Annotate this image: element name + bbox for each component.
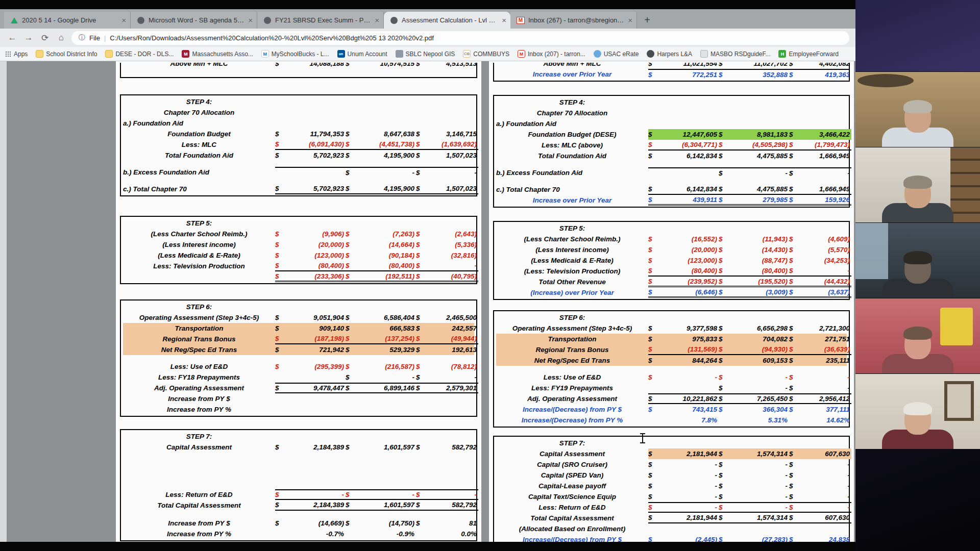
bookmark-item[interactable]: SBLC Nepool GIS	[396, 50, 455, 58]
row-label: Increase from PY %	[123, 530, 275, 538]
value-cell: $529,329	[346, 344, 416, 355]
gmail-bookmark-icon: M	[518, 50, 525, 58]
row-label: (Less Charter School Reimb.)	[123, 230, 275, 238]
tab-close-icon[interactable]: ×	[628, 16, 632, 24]
forward-icon[interactable]: →	[22, 33, 35, 43]
cell-value: -	[428, 169, 478, 177]
value-cell: $-	[789, 470, 851, 481]
value-cell: $(4,505,298)	[719, 140, 789, 151]
cell-value: -	[428, 491, 478, 498]
tab-close-icon[interactable]: ×	[121, 16, 126, 24]
page-info-icon[interactable]: ⓘ	[79, 33, 85, 42]
bookmark-item[interactable]: USAC eRate	[594, 50, 639, 58]
sheet-row: Increase/(Decrease) from PY %7.8%5.31%14…	[496, 415, 847, 425]
sheet-row: (Less Medicaid & E-Rate)$(123,000)$(90,1…	[123, 250, 474, 261]
tab-close-icon[interactable]: ×	[375, 16, 379, 24]
browser-tab[interactable]: Microsoft Word - SB agenda 5 1...×	[131, 12, 257, 29]
cell-value: -	[801, 461, 851, 468]
row-spacer	[496, 178, 847, 184]
video-tile[interactable]	[855, 71, 980, 147]
apps-menu[interactable]: Apps	[5, 51, 28, 58]
video-tile[interactable]	[855, 222, 980, 298]
cell-value: (20,000)	[660, 246, 719, 254]
dollar-sign: $	[789, 131, 801, 138]
bookmark-item[interactable]: MASBO RSDguideF...	[700, 50, 770, 58]
row-label: Above Min + MLC	[496, 63, 648, 67]
sheet-row: Capital Assessment$2,184,389$1,601,597$5…	[123, 442, 474, 453]
browser-tab[interactable]: 2020 5 14 - Google Drive×	[4, 12, 131, 29]
dollar-sign: $	[648, 141, 660, 148]
bookmark-item[interactable]: MInbox (207) - tarron...	[518, 50, 585, 58]
cell-value: 704,082	[731, 335, 789, 343]
value-cell: $271,751	[789, 334, 851, 344]
browser-tab[interactable]: FY21 SBRSD Exec Summ - Prelim...×	[257, 12, 384, 29]
bookmark-item[interactable]: HEmployeeForward	[778, 50, 838, 58]
value-cell: $-	[719, 383, 789, 393]
cell-value: 7.8%	[660, 416, 719, 424]
bookmark-item[interactable]: MMassachusetts Asso...	[182, 50, 253, 58]
video-tile[interactable]	[855, 147, 980, 222]
cell-value: 4,475,885	[731, 152, 789, 160]
row-label: STEP 4:	[123, 98, 275, 106]
dollar-sign: $	[648, 395, 660, 403]
bookmark-label: USAC eRate	[604, 51, 639, 58]
tab-close-icon[interactable]: ×	[502, 16, 506, 24]
dollar-sign: $	[275, 185, 287, 192]
cell-value: -	[731, 471, 789, 479]
value-cell: $582,792	[416, 442, 478, 453]
bookmark-item[interactable]: DESE - DOR - DLS...	[105, 50, 174, 58]
cell-value: (80,400)	[731, 267, 789, 274]
bookmark-item[interactable]: Harpers L&A	[647, 50, 692, 58]
dollar-sign: $	[789, 257, 801, 264]
value-cell: $-	[789, 459, 851, 470]
row-label: Foundation Budget (DESE)	[496, 131, 648, 138]
new-tab-button[interactable]: +	[640, 13, 654, 27]
cell-value: 0.0%	[428, 530, 478, 538]
video-sidebar	[855, 0, 980, 551]
browser-tab[interactable]: Assessment Calculation - Lvl Serv...×	[384, 12, 510, 29]
bookmark-item[interactable]: School District Info	[36, 50, 97, 58]
tab-close-icon[interactable]: ×	[248, 16, 253, 24]
dollar-sign: $	[346, 185, 358, 192]
sheet-row: c.) Total Chapter 70$5,702,923$4,195,900…	[123, 184, 474, 194]
cell-value: 609,153	[731, 357, 789, 364]
sheet-row: Total Foundation Aid$5,702,923$4,195,900…	[123, 150, 474, 161]
bookmark-item[interactable]: unUnum Account	[337, 50, 387, 58]
value-cell: $192,613	[416, 344, 478, 355]
zoom-screenshare-screen: 2020 5 14 - Google Drive×Microsoft Word …	[0, 0, 980, 551]
back-icon[interactable]: ←	[6, 33, 18, 43]
row-spacer	[123, 355, 474, 361]
cell-value: (3,637)	[801, 288, 851, 296]
cell-value: 743,415	[660, 406, 719, 413]
cell-value: (195,520)	[731, 278, 789, 285]
dollar-sign: $	[648, 267, 660, 274]
cell-value: 9,377,598	[660, 324, 719, 332]
sheet-row: Total Foundation Aid$6,142,834$4,475,885…	[496, 151, 847, 161]
bookmark-label: Unum Account	[348, 51, 387, 58]
bookmark-item[interactable]: MMySchoolBucks - L...	[261, 50, 329, 58]
home-icon[interactable]: ⌂	[55, 33, 67, 43]
dollar-sign: $	[648, 152, 660, 160]
bookmark-item[interactable]: CBCOMMBUYS	[463, 50, 509, 58]
cell-value: 352,888	[731, 71, 789, 79]
dollar-sign: $	[648, 324, 660, 332]
browser-tab[interactable]: MInbox (267) - tarron@sbregional...×	[510, 12, 637, 29]
cell-value: (80,400)	[287, 262, 346, 269]
reload-icon[interactable]: ⟳	[39, 33, 51, 43]
letterbox-top	[0, 0, 855, 9]
dollar-sign: $	[346, 252, 358, 259]
sheet-row: Increase over Prior Year$439,911$279,985…	[496, 195, 847, 206]
cell-value: (1,799,473)	[801, 141, 851, 148]
row-label: (Less: Television Production)	[496, 267, 648, 275]
value-cell: $10,574,515	[346, 63, 416, 69]
cell-value: (49,944)	[428, 335, 478, 342]
url-bar[interactable]: ⓘ File | C:/Users/Ron/Downloads/Assessme…	[71, 31, 849, 45]
dollar-sign: $	[416, 63, 428, 67]
video-tile[interactable]	[855, 373, 980, 449]
dollar-sign: $	[346, 363, 358, 370]
row-label: STEP 5:	[496, 224, 648, 232]
cell-value: 11,794,353	[287, 130, 346, 138]
video-tile[interactable]	[855, 298, 980, 373]
pdf-viewer[interactable]: Above Min + MLC$14,088,188$10,574,515$4,…	[0, 61, 855, 542]
url-separator: |	[104, 34, 106, 42]
